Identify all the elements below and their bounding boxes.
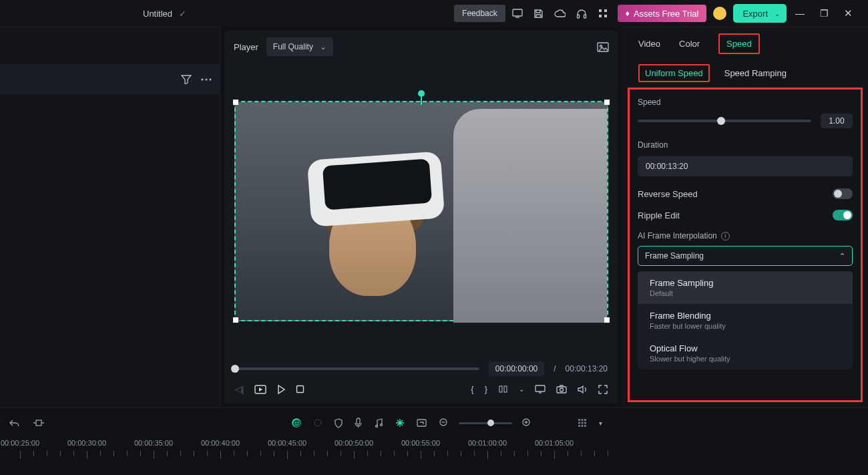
mark-out-icon[interactable]: }	[485, 384, 487, 394]
save-icon[interactable]	[529, 5, 548, 22]
music-icon[interactable]	[371, 416, 386, 430]
prev-frame-icon[interactable]: ◁|	[235, 384, 244, 394]
svg-rect-27	[417, 420, 426, 426]
apps-icon[interactable]	[594, 5, 612, 22]
play-loop-icon[interactable]	[254, 385, 266, 394]
mark-in-icon[interactable]: {	[471, 384, 473, 394]
export-button[interactable]: Export ⌄	[733, 4, 787, 23]
subtab-speed-ramping[interactable]: Speed Ramping	[724, 68, 787, 78]
ai-icon[interactable]	[289, 416, 304, 430]
tab-color[interactable]: Color	[679, 39, 700, 49]
gem-icon: ♦	[626, 9, 630, 18]
tab-speed[interactable]: Speed	[718, 33, 760, 54]
svg-rect-6	[604, 15, 607, 17]
mic-icon[interactable]	[352, 415, 365, 431]
scrub-bar[interactable]	[235, 367, 479, 370]
chevron-down-icon[interactable]: ▾	[596, 417, 605, 430]
speed-slider-thumb[interactable]	[717, 117, 725, 125]
frame-interpolation-select[interactable]: Frame Sampling ⌃	[638, 246, 853, 266]
svg-point-21	[294, 422, 296, 423]
option-frame-blending[interactable]: Frame Blending Faster but lower quality	[638, 304, 853, 337]
zoom-out-icon[interactable]	[436, 415, 452, 431]
svg-rect-15	[504, 386, 507, 392]
crop-icon[interactable]	[414, 416, 429, 430]
stop-icon[interactable]	[296, 385, 304, 393]
svg-rect-0	[513, 9, 522, 16]
timeline-ruler[interactable]: 00:00:25:0000:00:30:0000:00:35:0000:00:4…	[0, 438, 868, 464]
enhance-icon[interactable]	[393, 416, 407, 430]
svg-rect-33	[578, 422, 580, 424]
svg-point-8	[206, 78, 208, 80]
ripple-edit-toggle[interactable]	[833, 210, 853, 220]
grid-icon[interactable]	[575, 416, 590, 430]
close-icon[interactable]: ✕	[837, 7, 859, 19]
ruler-label: 00:00:25:00	[1, 439, 39, 447]
duration-input[interactable]: 00:00:13:20	[638, 156, 853, 176]
assets-free-trial-button[interactable]: ♦ Assets Free Trial	[618, 5, 707, 22]
option-frame-sampling[interactable]: Frame Sampling Default	[638, 271, 853, 304]
playhead-pin[interactable]	[418, 90, 425, 105]
speed-slider[interactable]	[638, 120, 811, 122]
ruler-label: 00:00:30:00	[67, 439, 106, 447]
duration-label: Duration	[638, 140, 853, 150]
reverse-speed-label: Reverse Speed	[638, 189, 698, 199]
svg-point-23	[314, 420, 321, 426]
volume-icon[interactable]	[578, 385, 588, 394]
time-total: 00:00:13:20	[566, 364, 608, 373]
frame-interpolation-menu: Frame Sampling Default Frame Blending Fa…	[638, 271, 853, 369]
image-icon[interactable]	[597, 42, 609, 52]
ruler-label: 00:00:45:00	[268, 439, 306, 447]
svg-rect-19	[36, 420, 41, 426]
chevron-down-icon: ⌄	[775, 10, 780, 17]
svg-point-18	[560, 388, 564, 391]
undo-icon[interactable]	[7, 416, 22, 430]
speed-settings-body: Speed 1.00 Duration 00:00:13:20 Reverse …	[628, 88, 863, 402]
svg-rect-17	[557, 387, 566, 393]
clip-selection[interactable]	[234, 101, 608, 321]
time-current[interactable]: 00:00:00:00	[489, 361, 544, 376]
svg-rect-5	[599, 15, 602, 17]
saved-check-icon: ✓	[179, 9, 186, 19]
cloud-icon[interactable]	[551, 5, 570, 22]
subtab-uniform-speed[interactable]: Uniform Speed	[638, 64, 710, 82]
play-icon[interactable]	[277, 385, 285, 394]
shield-icon[interactable]	[332, 416, 345, 431]
scrub-thumb[interactable]	[231, 365, 239, 373]
svg-rect-14	[499, 386, 502, 392]
headphones-icon[interactable]	[572, 5, 591, 22]
coin-icon[interactable]	[713, 7, 726, 20]
svg-point-25	[376, 426, 378, 428]
preview-viewer[interactable]	[224, 63, 618, 355]
zoom-thumb[interactable]	[487, 420, 494, 426]
minimize-icon[interactable]: —	[789, 8, 811, 19]
reverse-speed-toggle[interactable]	[833, 188, 853, 199]
display-icon[interactable]	[535, 385, 546, 393]
svg-point-7	[202, 78, 204, 80]
snapshot-icon[interactable]	[556, 385, 567, 393]
ai-frame-interpolation-label: AI Frame Interpolation	[638, 231, 717, 241]
tab-video[interactable]: Video	[638, 39, 660, 49]
ruler-label: 00:00:40:00	[201, 439, 240, 447]
zoom-in-icon[interactable]	[519, 415, 535, 431]
feedback-button[interactable]: Feedback	[454, 5, 505, 22]
svg-rect-4	[604, 9, 607, 12]
svg-point-11	[600, 45, 602, 47]
chevron-down-icon[interactable]: ⌄	[519, 385, 524, 393]
option-optical-flow[interactable]: Optical Flow Slower but higher quality	[638, 337, 853, 369]
quality-select[interactable]: Full Quality	[266, 37, 333, 56]
titlebar: Untitled ✓ Feedback ♦ Assets Free Trial …	[0, 0, 868, 27]
svg-rect-34	[582, 422, 584, 424]
fullscreen-icon[interactable]	[598, 385, 608, 394]
more-icon[interactable]	[201, 78, 212, 81]
maximize-icon[interactable]: ❐	[813, 8, 835, 19]
ruler-label: 00:00:35:00	[134, 439, 173, 447]
screen-icon[interactable]	[508, 5, 527, 22]
fit-icon[interactable]	[30, 416, 47, 430]
split-icon[interactable]	[498, 384, 508, 394]
ruler-label: 00:01:05:00	[535, 439, 574, 447]
info-icon[interactable]: i	[721, 232, 730, 241]
zoom-slider[interactable]	[459, 422, 512, 424]
sparkle-icon[interactable]	[310, 416, 325, 430]
filter-icon[interactable]	[181, 75, 192, 84]
speed-value-input[interactable]: 1.00	[821, 114, 853, 128]
